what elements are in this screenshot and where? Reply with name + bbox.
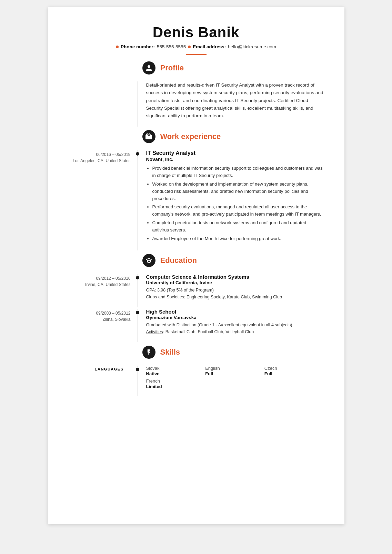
lang-french: French Limited xyxy=(146,378,205,389)
degree-title-1: High School xyxy=(146,309,324,315)
skills-section: Skills LANGUAGES Slovak Native English F… xyxy=(69,346,324,396)
activities-value: Basketball Club, Football Club, Volleyba… xyxy=(165,329,254,334)
work-header: Work experience xyxy=(69,130,324,143)
languages-content: Slovak Native English Full Czech Full Fr… xyxy=(138,366,324,396)
profile-section: Profile Detail-oriented and results-driv… xyxy=(69,61,324,127)
edu-entry-1-location: Zilina, Slovakia xyxy=(69,316,131,323)
degree-title-0: Computer Science & Information Systems xyxy=(146,274,324,280)
resume-container: Denis Banik Phone number: 555-555-5555 E… xyxy=(48,7,344,524)
skills-entry-dot xyxy=(136,368,139,371)
edu-entry-0-location: Irvine, CA, United States xyxy=(69,281,131,288)
graduated-label: Graduated with Distinction xyxy=(146,323,197,327)
email-label: Email address: xyxy=(193,44,226,49)
work-bullet-1: Worked on the development and implementa… xyxy=(152,181,324,202)
profile-text-col: Detail-oriented and results-driven IT Se… xyxy=(138,81,324,127)
lang-czech: Czech Full xyxy=(264,366,324,376)
edu-entry-1-dates: 09/2008 – 05/2012 xyxy=(69,310,131,316)
email-dot xyxy=(188,46,191,48)
lang-czech-name: Czech xyxy=(264,366,324,371)
edu-entry-1-dot xyxy=(136,311,139,314)
edu-entry-0-dates-col: 09/2012 – 05/2016 Irvine, CA, United Sta… xyxy=(69,274,138,307)
edu-entry-0-content: Computer Science & Information Systems U… xyxy=(138,274,324,307)
gpa-label: GPA xyxy=(146,288,155,293)
work-entry-dates: 06/2016 – 05/2019 xyxy=(69,151,131,158)
skills-icon xyxy=(142,346,155,359)
profile-title: Profile xyxy=(160,63,184,72)
work-entry-location: Los Angeles, CA, United States xyxy=(69,158,131,164)
profile-icon xyxy=(142,61,155,75)
education-title: Education xyxy=(160,256,197,265)
edu-entry-1-line xyxy=(138,309,138,342)
education-icon xyxy=(142,254,155,267)
phone-label: Phone number: xyxy=(121,44,155,49)
edu-entry-0-line xyxy=(138,274,138,307)
lang-english: English Full xyxy=(205,366,264,376)
edu-entry-0-dates: 09/2012 – 05/2016 xyxy=(69,275,131,281)
education-section: Education 09/2012 – 05/2016 Irvine, CA, … xyxy=(69,254,324,342)
language-grid: Slovak Native English Full Czech Full Fr… xyxy=(146,366,324,389)
work-entry-dates-col: 06/2016 – 05/2019 Los Angeles, CA, Unite… xyxy=(69,150,138,250)
phone-dot xyxy=(116,46,119,48)
email-value: hello@kickresume.com xyxy=(228,44,276,49)
gpa-value: 3.98 (Top 5% of the Program) xyxy=(157,288,214,293)
languages-label: LANGUAGES xyxy=(95,367,131,371)
work-entry-line xyxy=(138,150,138,250)
edu-entry-1-dates-col: 09/2008 – 05/2012 Zilina, Slovakia xyxy=(69,309,138,342)
profile-text: Detail-oriented and results-driven IT Se… xyxy=(146,81,324,120)
work-bullet-2: Performed security evaluations, managed … xyxy=(152,204,324,218)
education-entry-0: 09/2012 – 05/2016 Irvine, CA, United Sta… xyxy=(69,274,324,307)
institution-0: University of California, Irvine xyxy=(146,280,324,285)
work-entry-0: 06/2016 – 05/2019 Los Angeles, CA, Unite… xyxy=(69,150,324,250)
graduated-line: Graduated with Distinction (Grade 1 - A/… xyxy=(146,321,324,328)
lang-french-level: Limited xyxy=(146,384,205,389)
work-entry-content: IT Security Analyst Novant, Inc. Provide… xyxy=(138,150,324,250)
graduated-value: (Grade 1 - A/excellent equivalent in all… xyxy=(198,323,292,327)
work-experience-section: Work experience 06/2016 – 05/2019 Los An… xyxy=(69,130,324,250)
edu-entry-0-dot xyxy=(136,276,139,279)
work-entry-dot xyxy=(136,152,139,156)
clubs-value: Engineering Society, Karate Club, Swimmi… xyxy=(187,295,282,299)
edu-entry-1-content: High School Gymnazium Varsavska Graduate… xyxy=(138,309,324,342)
phone-value: 555-555-5555 xyxy=(157,44,186,49)
profile-left-col xyxy=(69,81,138,127)
gpa-line: GPA: 3.98 (Top 5% of the Program) xyxy=(146,287,324,294)
work-icon xyxy=(142,130,155,143)
job-title: IT Security Analyst xyxy=(146,150,324,156)
lang-slovak-name: Slovak xyxy=(146,366,205,371)
lang-french-name: French xyxy=(146,378,205,384)
work-bullet-0: Provided beneficial information security… xyxy=(152,165,324,179)
work-bullets: Provided beneficial information security… xyxy=(146,165,324,242)
candidate-name: Denis Banik xyxy=(69,24,324,41)
skills-entry-line xyxy=(138,366,138,396)
skills-header: Skills xyxy=(69,346,324,359)
education-entry-1: 09/2008 – 05/2012 Zilina, Slovakia High … xyxy=(69,309,324,342)
clubs-label: Clubs and Societies xyxy=(146,295,184,299)
lang-slovak-level: Native xyxy=(146,371,205,376)
profile-header: Profile xyxy=(69,61,324,75)
work-title: Work experience xyxy=(160,132,221,141)
lang-slovak: Slovak Native xyxy=(146,366,205,376)
education-header: Education xyxy=(69,254,324,267)
institution-1: Gymnazium Varsavska xyxy=(146,315,324,320)
activities-line: Activities: Basketball Club, Football Cl… xyxy=(146,328,324,335)
contact-line: Phone number: 555-555-5555 Email address… xyxy=(69,44,324,49)
company-name: Novant, Inc. xyxy=(146,157,324,162)
lang-english-name: English xyxy=(205,366,264,371)
resume-header: Denis Banik Phone number: 555-555-5555 E… xyxy=(69,24,324,55)
work-bullet-4: Awarded Employee of the Month twice for … xyxy=(152,235,324,243)
lang-czech-level: Full xyxy=(264,371,324,376)
profile-body: Detail-oriented and results-driven IT Se… xyxy=(69,81,324,127)
skills-title: Skills xyxy=(160,348,180,357)
languages-label-col: LANGUAGES xyxy=(69,366,138,396)
activities-label: Activities xyxy=(146,329,163,334)
clubs-line: Clubs and Societies: Engineering Society… xyxy=(146,294,324,300)
work-bullet-3: Completed penetration tests on network s… xyxy=(152,219,324,234)
languages-row: LANGUAGES Slovak Native English Full Cz xyxy=(69,366,324,396)
header-divider xyxy=(186,54,207,55)
lang-english-level: Full xyxy=(205,371,264,376)
